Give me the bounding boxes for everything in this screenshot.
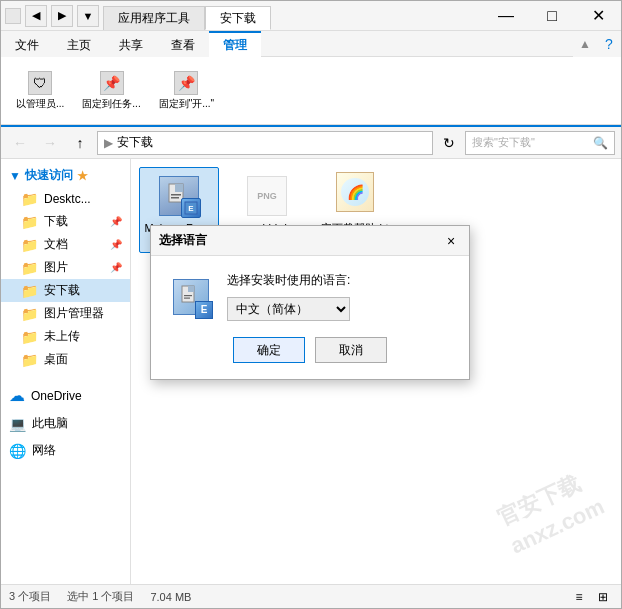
forward-btn[interactable]: → <box>37 131 63 155</box>
svg-rect-9 <box>184 297 190 298</box>
title-bar-tabs: 应用程序工具 安下载 <box>103 1 483 30</box>
pin-taskbar-btn[interactable]: 📌 固定到任务... <box>75 66 147 116</box>
chevron-down-icon: ▼ <box>9 169 21 183</box>
sidebar-item-pic-manager[interactable]: 📁 图片管理器 <box>1 302 130 325</box>
sidebar-quick-access: ▼ 快速访问 ★ 📁 Desktc... 📁 下载 📌 📁 文档 📌 <box>1 163 130 371</box>
tab-download[interactable]: 安下载 <box>205 6 271 30</box>
sidebar-label-downloads: 下载 <box>44 213 68 230</box>
png-file-icon: PNG <box>243 172 291 220</box>
sidebar-item-pictures[interactable]: 📁 图片 📌 <box>1 256 130 279</box>
sidebar-item-documents[interactable]: 📁 文档 📌 <box>1 233 130 256</box>
dialog-close-btn[interactable]: × <box>441 231 461 251</box>
maximize-btn[interactable]: □ <box>529 1 575 31</box>
dialog-ok-btn[interactable]: 确定 <box>233 337 305 363</box>
dialog-prompt: 选择安装时使用的语言: 中文（简体） <box>227 272 350 321</box>
sidebar-label-pic-manager: 图片管理器 <box>44 305 104 322</box>
ribbon-tab-manage[interactable]: 管理 <box>209 31 261 57</box>
folder-title-icon <box>5 8 21 24</box>
sidebar-label-desktop: Desktc... <box>44 192 91 206</box>
folder-icon: 📁 <box>21 283 38 299</box>
svg-rect-1 <box>175 184 183 192</box>
dialog-buttons: 确定 取消 <box>167 337 453 363</box>
svg-rect-8 <box>184 295 192 296</box>
forward-title-btn[interactable]: ▶ <box>51 5 73 27</box>
pin-start-icon: 📌 <box>174 71 198 95</box>
sidebar-item-desktop[interactable]: 📁 Desktc... <box>1 188 130 210</box>
folder-icon: 📁 <box>21 352 38 368</box>
pin-icon: 📌 <box>110 239 122 250</box>
folder-icon: 📁 <box>21 260 38 276</box>
sidebar-label-anxz: 安下载 <box>44 282 80 299</box>
network-icon: 🌐 <box>9 443 26 459</box>
refresh-btn[interactable]: ↻ <box>437 131 461 155</box>
grid-view-btn[interactable]: ⊞ <box>593 587 613 607</box>
pin-taskbar-label: 固定到任务... <box>82 97 140 111</box>
back-btn[interactable]: ← <box>7 131 33 155</box>
address-bar: ← → ↑ ▶ 安下载 ↻ 搜索"安下载" 🔍 <box>1 127 621 159</box>
svg-text:E: E <box>188 204 194 213</box>
ribbon-tab-share[interactable]: 共享 <box>105 31 157 57</box>
sidebar-label-network: 网络 <box>32 442 56 459</box>
sidebar-label-unuploaded: 未上传 <box>44 328 80 345</box>
run-as-admin-label: 以管理员... <box>16 97 64 111</box>
close-btn[interactable]: ✕ <box>575 1 621 31</box>
search-icon: 🔍 <box>593 136 608 150</box>
sidebar-item-network[interactable]: 🌐 网络 <box>1 439 130 462</box>
run-as-admin-icon: 🛡 <box>28 71 52 95</box>
ribbon-tab-view[interactable]: 查看 <box>157 31 209 57</box>
sidebar-header-quick-access[interactable]: ▼ 快速访问 ★ <box>1 163 130 188</box>
ribbon: 文件 主页 共享 查看 管理 ▲ ? 🛡 以管理员... 📌 固定到任务... … <box>1 31 621 127</box>
language-select[interactable]: 中文（简体） <box>227 297 350 321</box>
sidebar-item-anxz[interactable]: 📁 安下载 <box>1 279 130 302</box>
watermark: 官安下载anxz.com <box>494 470 607 555</box>
folder-icon: 📁 <box>21 329 38 345</box>
ribbon-collapse-btn[interactable]: ▲ <box>573 31 597 57</box>
minimize-btn[interactable]: — <box>483 1 529 31</box>
sidebar-label-pictures: 图片 <box>44 259 68 276</box>
dialog-content-row: E 选择安装时使用的语言: 中文（简体） <box>167 272 453 321</box>
folder-icon: 📁 <box>21 237 38 253</box>
ribbon-content: 🛡 以管理员... 📌 固定到任务... 📌 固定到"开..." <box>1 57 621 125</box>
cloud-icon: ☁ <box>9 386 25 405</box>
folder-icon: 📁 <box>21 191 38 207</box>
dialog-prompt-text: 选择安装时使用的语言: <box>227 272 350 289</box>
file-size: 7.04 MB <box>150 591 191 603</box>
sidebar-label-desktop2: 桌面 <box>44 351 68 368</box>
dialog-body: E 选择安装时使用的语言: 中文（简体） 确定 取消 <box>151 256 469 379</box>
language-dialog: 选择语言 × <box>150 225 470 380</box>
list-view-btn[interactable]: ≡ <box>569 587 589 607</box>
tab-app-tools[interactable]: 应用程序工具 <box>103 6 205 30</box>
pin-start-btn[interactable]: 📌 固定到"开..." <box>152 66 221 116</box>
item-count: 3 个项目 <box>9 589 51 604</box>
pin-taskbar-icon: 📌 <box>100 71 124 95</box>
exe-file-icon: E <box>155 172 203 220</box>
dialog-title: 选择语言 <box>159 232 207 249</box>
ribbon-tabs: 文件 主页 共享 查看 管理 ▲ ? <box>1 31 621 57</box>
dialog-cancel-btn[interactable]: 取消 <box>315 337 387 363</box>
search-box[interactable]: 搜索"安下载" 🔍 <box>465 131 615 155</box>
title-bar-controls: — □ ✕ <box>483 1 621 30</box>
sidebar-item-onedrive[interactable]: ☁ OneDrive <box>1 383 130 408</box>
sidebar-item-unuploaded[interactable]: 📁 未上传 <box>1 325 130 348</box>
pin-icon: 📌 <box>110 216 122 227</box>
status-view-buttons: ≡ ⊞ <box>569 587 613 607</box>
svg-rect-7 <box>188 286 194 292</box>
run-as-admin-btn[interactable]: 🛡 以管理员... <box>9 66 71 116</box>
dialog-title-bar: 选择语言 × <box>151 226 469 256</box>
sidebar-item-downloads[interactable]: 📁 下载 📌 <box>1 210 130 233</box>
folder-icon: 📁 <box>21 214 38 230</box>
sidebar-item-desktop2[interactable]: 📁 桌面 <box>1 348 130 371</box>
sidebar-item-this-pc[interactable]: 💻 此电脑 <box>1 412 130 435</box>
up-btn[interactable]: ↑ <box>67 131 93 155</box>
htm-file-icon: 🌈 <box>331 172 379 220</box>
selected-info: 选中 1 个项目 <box>67 589 134 604</box>
address-path[interactable]: ▶ 安下载 <box>97 131 433 155</box>
ribbon-tab-home[interactable]: 主页 <box>53 31 105 57</box>
sidebar-label-this-pc: 此电脑 <box>32 415 68 432</box>
title-bar: ◀ ▶ ▼ 应用程序工具 安下载 — □ ✕ <box>1 1 621 31</box>
down-title-btn[interactable]: ▼ <box>77 5 99 27</box>
ribbon-tab-file[interactable]: 文件 <box>1 31 53 57</box>
dialog-installer-icon: E <box>167 273 215 321</box>
quick-access-btn[interactable]: ◀ <box>25 5 47 27</box>
help-btn[interactable]: ? <box>597 31 621 57</box>
